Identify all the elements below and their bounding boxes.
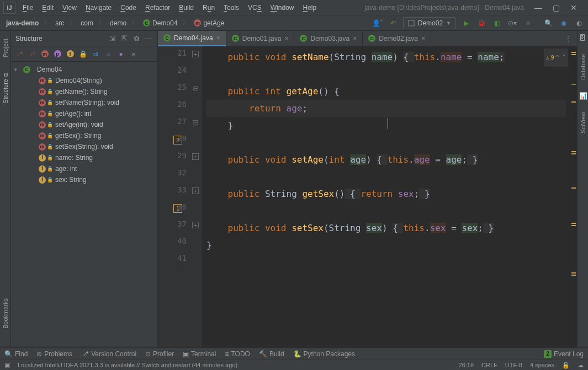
fold-plus-icon[interactable]: + — [192, 187, 199, 194]
breadcrumb-src[interactable]: src — [52, 18, 67, 28]
run-configuration-selector[interactable]: Demo02 ▼ — [403, 17, 456, 29]
ide-scripts-icon[interactable]: ◐ — [574, 18, 585, 29]
status-encoding[interactable]: UTF-8 — [505, 362, 522, 368]
gutter-line[interactable]: 36 — [158, 202, 187, 219]
close-button[interactable]: ✕ — [567, 3, 580, 13]
tree-item[interactable]: f🔒age: int — [11, 163, 157, 174]
menu-navigate[interactable]: Navigate — [82, 2, 115, 13]
tree-item[interactable]: m🔒setAge(int): void — [11, 119, 157, 130]
coverage-button[interactable]: ◧ — [491, 18, 502, 29]
rail-bookmarks[interactable]: Bookmarks — [2, 296, 9, 331]
gutter-line[interactable]: 37 — [158, 219, 187, 237]
database-icon[interactable]: 🗄 — [579, 34, 587, 42]
hide-button[interactable]: — — [144, 34, 153, 43]
sort-vis-icon[interactable]: ↓ᶻ — [27, 49, 37, 59]
status-indent[interactable]: 4 spaces — [530, 362, 554, 368]
menu-help[interactable]: Help — [299, 2, 320, 13]
breadcrumb-project[interactable]: java-demo — [3, 18, 41, 28]
breadcrumb-com[interactable]: com — [78, 18, 96, 28]
tree-item[interactable]: m🔒setSex(String): void — [11, 141, 157, 152]
show-anonymous-icon[interactable]: ● — [116, 49, 126, 59]
more-icon[interactable]: » — [129, 49, 139, 59]
gutter-line[interactable]: 21 — [158, 49, 187, 66]
tab-more-icon[interactable]: ⋮ — [559, 35, 577, 42]
line-gutter[interactable]: 21242526272829323336374041 — [158, 46, 191, 347]
status-position[interactable]: 26:18 — [459, 362, 474, 368]
code-area[interactable]: ⚠ 9 ^ ˅ public void setName(String name)… — [202, 46, 570, 347]
status-msg[interactable]: Localized IntelliJ IDEA 2021.3.3 is avai… — [18, 362, 237, 368]
menu-build[interactable]: Build — [175, 2, 198, 13]
fold-plus-icon[interactable]: + — [192, 153, 199, 160]
gutter-line[interactable]: 28 — [158, 134, 187, 151]
tree-item[interactable]: m🔒getAge(): int — [11, 108, 157, 119]
status-eol[interactable]: CRLF — [481, 362, 497, 368]
fold-plus-icon[interactable]: + — [192, 222, 199, 228]
gutter-line[interactable]: 29 — [158, 151, 187, 168]
run-button[interactable]: ▶ — [460, 18, 472, 29]
sciview-icon[interactable]: 📊 — [579, 92, 587, 100]
show-fields-icon[interactable]: f — [65, 49, 75, 59]
maximize-button[interactable]: ▢ — [549, 3, 563, 13]
code-markers[interactable] — [570, 46, 577, 347]
gutter-line[interactable]: 27 — [158, 117, 187, 134]
editor-tab[interactable]: CDemo01.java× — [226, 31, 295, 46]
rail-sciview[interactable]: SciView — [580, 110, 586, 136]
show-methods-icon[interactable]: m — [40, 49, 50, 59]
rail-database[interactable]: Database — [580, 52, 586, 82]
profile-button[interactable]: ⊙▾ — [507, 18, 518, 29]
structure-tree[interactable]: ▾ C Demo04 m🔒Demo04(String)m🔒getName(): … — [11, 62, 157, 347]
gutter-line[interactable]: 25 — [158, 83, 187, 100]
gutter-line[interactable]: 32 — [158, 168, 187, 185]
autoscroll-from-icon[interactable]: ⇉ — [91, 49, 100, 59]
tree-item[interactable]: m🔒getSex(): String — [11, 130, 157, 141]
gutter-line[interactable]: 40 — [158, 237, 187, 254]
tree-item[interactable]: f🔒sex: String — [11, 174, 157, 185]
notifications-icon[interactable]: ☁ — [578, 362, 584, 369]
fold-end-icon[interactable]: ⊟ — [192, 119, 199, 126]
tree-item[interactable]: f🔒name: String — [11, 152, 157, 163]
menu-file[interactable]: File — [19, 2, 37, 13]
close-icon[interactable]: × — [421, 35, 425, 42]
show-nonpublic-icon[interactable]: 🔒 — [78, 49, 88, 59]
show-properties-icon[interactable]: p — [52, 49, 62, 59]
breadcrumb-class[interactable]: CDemo04 — [140, 18, 180, 28]
tool-find[interactable]: 🔍 Find — [4, 350, 28, 358]
gutter-line[interactable]: 41 — [158, 254, 187, 271]
editor-tab[interactable]: CDemo02.java× — [363, 31, 431, 46]
close-icon[interactable]: × — [284, 35, 288, 42]
close-icon[interactable]: × — [353, 35, 357, 42]
tool-profiler[interactable]: ⊙ Profiler — [145, 350, 174, 358]
rail-structure[interactable]: Structure ⧉ — [2, 71, 9, 106]
search-button[interactable]: 🔍 — [543, 18, 554, 29]
fold-minus-icon[interactable]: ⊖ — [192, 85, 199, 92]
sync-button[interactable]: ◉ — [558, 18, 569, 29]
menu-refactor[interactable]: Refactor — [141, 2, 174, 13]
tree-item[interactable]: m🔒Demo04(String) — [11, 75, 157, 86]
tree-item[interactable]: m🔒setName(String): void — [11, 97, 157, 108]
readonly-lock-icon[interactable]: 🔓 — [562, 362, 570, 369]
tree-item[interactable]: m🔒getName(): String — [11, 86, 157, 97]
show-inherited-icon[interactable]: ○ — [103, 49, 113, 59]
stop-button[interactable]: ■ — [522, 18, 533, 29]
menu-window[interactable]: Window — [267, 2, 298, 13]
tool-eventlog[interactable]: 2 Event Log — [544, 350, 584, 358]
breadcrumb-demo[interactable]: demo — [107, 18, 129, 28]
add-user-icon[interactable]: 👤+ — [372, 18, 383, 29]
tool-build[interactable]: 🔨 Build — [259, 350, 284, 358]
menu-vcs[interactable]: VCS — [244, 2, 266, 13]
fold-plus-icon[interactable]: + — [192, 51, 199, 57]
tree-root[interactable]: ▾ C Demo04 — [11, 64, 157, 75]
fold-count-2[interactable]: 2 — [173, 136, 182, 144]
menu-code[interactable]: Code — [116, 2, 140, 13]
back-icon[interactable]: ↶ — [388, 18, 399, 29]
tool-todo[interactable]: ≡ TODO — [225, 350, 250, 358]
sort-alpha-icon[interactable]: ↓ᴬ — [14, 49, 24, 59]
settings-icon[interactable]: ✿ — [132, 34, 141, 43]
gutter-line[interactable]: 24 — [158, 66, 187, 83]
menu-tools[interactable]: Tools — [220, 2, 243, 13]
collapse-all-icon[interactable]: ⇱ — [120, 34, 129, 43]
editor-tab[interactable]: CDemo03.java× — [294, 31, 363, 46]
gutter-line[interactable]: 26 — [158, 100, 187, 117]
menu-edit[interactable]: Edit — [38, 2, 57, 13]
rail-project[interactable]: Project — [2, 36, 9, 60]
